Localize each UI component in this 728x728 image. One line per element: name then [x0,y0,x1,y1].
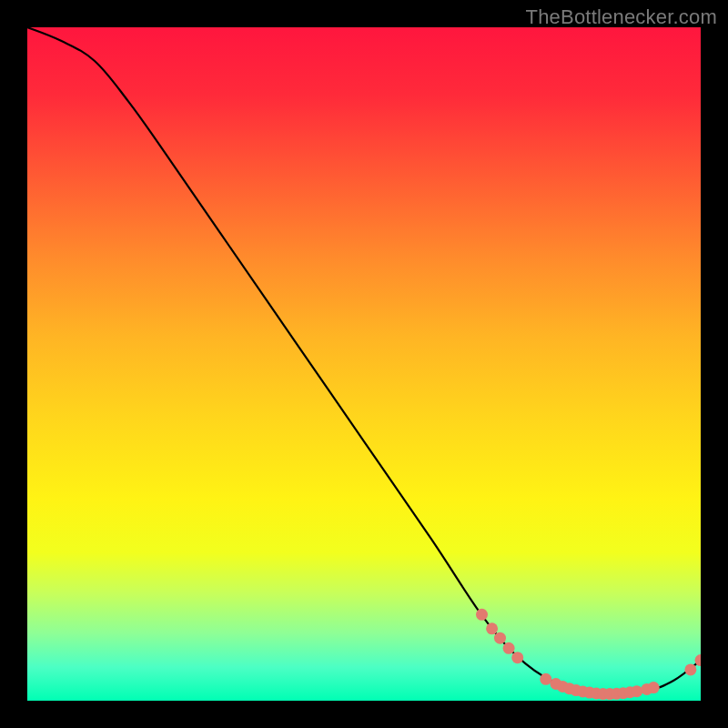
data-point [476,609,488,621]
bottleneck-curve [27,27,701,694]
watermark-text: TheBottlenecker.com [526,5,717,29]
data-point [631,685,642,697]
chart-svg [27,27,701,701]
data-point [540,673,551,685]
data-point [511,652,523,663]
data-points-group [476,609,701,700]
data-point [494,632,506,644]
data-point [503,642,515,654]
data-point [486,622,498,634]
data-point [684,663,696,675]
data-point [648,682,660,693]
